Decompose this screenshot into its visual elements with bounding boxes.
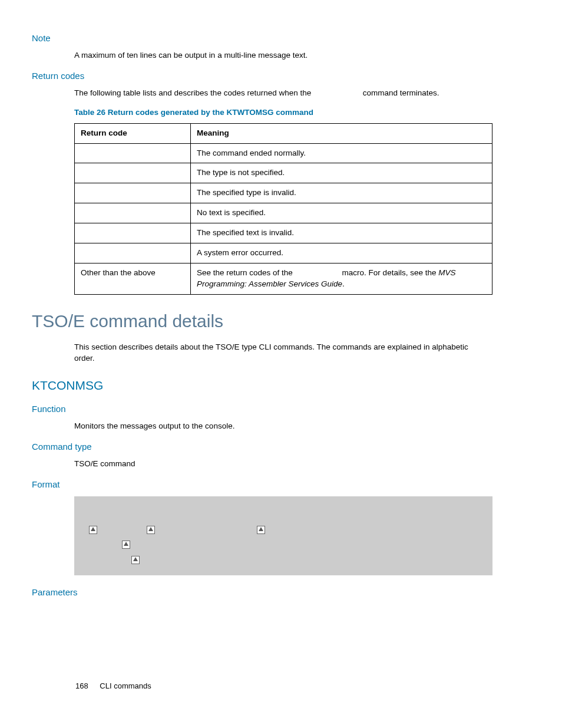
th-return-code: Return code (75, 123, 191, 143)
note-text: A maximum of ten lines can be output in … (74, 50, 488, 61)
cell-meaning: The type is not specified. (191, 163, 492, 183)
cell-return-code (75, 203, 191, 223)
format-heading: Format (32, 478, 488, 490)
table-row: A system error occurred. (75, 243, 492, 263)
cell-meaning: No text is specified. (191, 203, 492, 223)
return-codes-table: Return code Meaning The command ended no… (74, 123, 492, 295)
parameters-heading: Parameters (32, 586, 488, 598)
table-row: The type is not specified. (75, 163, 492, 183)
cell-return-code: Other than the above (75, 263, 191, 294)
return-codes-heading: Return codes (32, 70, 488, 82)
triangle-icon (147, 526, 155, 534)
table-row: No text is specified. (75, 203, 492, 223)
cell-return-code (75, 183, 191, 203)
cell-return-code (75, 143, 191, 163)
triangle-icon (131, 556, 140, 564)
table-row: Other than the aboveSee the return codes… (75, 263, 492, 294)
tso-section-intro: This section describes details about the… (74, 342, 488, 364)
ktconmsg-heading: KTCONMSG (32, 377, 488, 394)
table-row: The command ended normally. (75, 143, 492, 163)
cell-return-code (75, 243, 191, 263)
cell-return-code (75, 223, 191, 243)
format-box (74, 496, 492, 576)
cell-meaning: A system error occurred. (191, 243, 492, 263)
triangle-icon (89, 526, 97, 534)
cell-return-code (75, 163, 191, 183)
triangle-icon (122, 541, 130, 549)
th-meaning: Meaning (191, 123, 492, 143)
return-codes-intro: The following table lists and describes … (74, 88, 488, 99)
cell-meaning: The command ended normally. (191, 143, 492, 163)
function-text: Monitors the messages output to the cons… (74, 421, 488, 432)
page-footer: 168 CLI commands (75, 681, 151, 691)
table-caption: Table 26 Return codes generated by the K… (74, 107, 488, 118)
cell-meaning: See the return codes of the macro. For d… (191, 263, 492, 294)
table-row: The specified type is invalid. (75, 183, 492, 203)
page-number: 168 (75, 681, 88, 690)
table-row: The specified text is invalid. (75, 223, 492, 243)
footer-section: CLI commands (100, 681, 151, 690)
cell-meaning: The specified type is invalid. (191, 183, 492, 203)
tso-section-heading: TSO/E command details (32, 309, 488, 334)
function-heading: Function (32, 403, 488, 415)
triangle-icon (257, 526, 265, 534)
note-heading: Note (32, 32, 488, 44)
command-type-text: TSO/E command (74, 459, 488, 470)
command-type-heading: Command type (32, 440, 488, 453)
cell-meaning: The specified text is invalid. (191, 223, 492, 243)
